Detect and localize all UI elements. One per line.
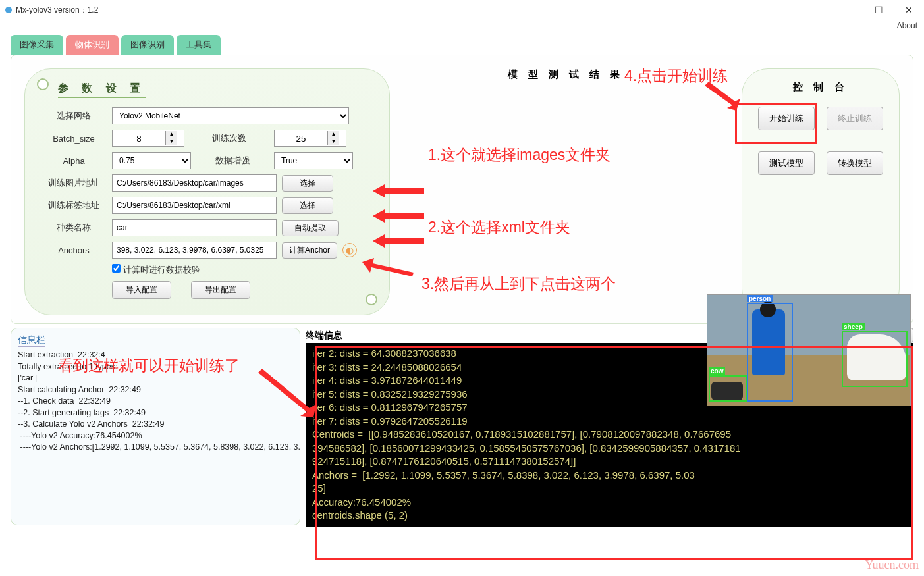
minimize-button[interactable]: —	[833, 0, 863, 20]
test-model-button[interactable]: 测试模型	[758, 151, 815, 175]
network-label: 选择网络	[41, 110, 107, 122]
auto-extract-button[interactable]: 自动提取	[282, 220, 339, 236]
choose-img-button[interactable]: 选择	[282, 175, 333, 192]
up-icon[interactable]: ▲	[328, 131, 339, 138]
epoch-label: 训练次数	[190, 132, 269, 144]
down-icon[interactable]: ▼	[166, 138, 177, 145]
alpha-select[interactable]: 0.75	[112, 152, 191, 169]
aug-select[interactable]: True	[274, 152, 353, 169]
batch-spinner[interactable]: ▲▼	[112, 130, 184, 147]
aug-label: 数据增强	[196, 155, 269, 167]
main-tabs: 图像采集 物体识别 图像识别 工具集	[11, 35, 913, 55]
control-panel: 控 制 台 开始训练 终止训练 测试模型 转换模型	[742, 68, 900, 315]
terminal-title: 终端信息	[306, 330, 342, 342]
control-title: 控 制 台	[753, 81, 888, 93]
export-config-button[interactable]: 导出配置	[191, 281, 250, 299]
up-icon[interactable]: ▲	[166, 131, 177, 138]
tab-object-detect[interactable]: 物体识别	[66, 35, 119, 55]
main-panel: 参 数 设 置 选择网络 Yolov2 MobileNet Batch_size…	[11, 55, 913, 324]
param-panel: 参 数 设 置 选择网络 Yolov2 MobileNet Batch_size…	[24, 68, 390, 315]
menu-bar: About	[0, 20, 924, 32]
tab-image-recog[interactable]: 图像识别	[121, 35, 174, 55]
down-icon[interactable]: ▼	[328, 138, 339, 145]
class-input[interactable]	[112, 219, 277, 236]
imgpath-label: 训练图片地址	[41, 177, 107, 189]
detection-preview: person sheep cow	[707, 294, 911, 406]
xmlpath-label: 训练标签地址	[41, 199, 107, 211]
spinner-icon: ◐	[342, 243, 357, 257]
batch-input[interactable]	[113, 131, 165, 145]
info-text: Start extraction 22:32:4 Totally extract…	[18, 350, 293, 454]
window-title: Mx-yolov3 version：1.2	[16, 5, 98, 16]
info-title: 信息栏	[18, 334, 45, 347]
tab-capture[interactable]: 图像采集	[11, 35, 63, 55]
epoch-spinner[interactable]: ▲▼	[274, 130, 346, 147]
import-config-button[interactable]: 导入配置	[112, 281, 171, 299]
anchor-label: Anchors	[41, 246, 107, 255]
stop-train-button[interactable]: 终止训练	[827, 107, 883, 130]
anchor-input[interactable]	[112, 242, 277, 259]
watermark: Yuucn.com	[865, 558, 919, 572]
imgpath-input[interactable]	[112, 174, 277, 192]
choose-xml-button[interactable]: 选择	[282, 197, 333, 214]
verify-checkbox[interactable]	[112, 264, 121, 273]
network-select[interactable]: Yolov2 MobileNet	[112, 107, 349, 124]
info-panel: 信息栏 Start extraction 22:32:4 Totally ext…	[11, 328, 300, 525]
test-result-title: 模 型 测 试 结 果	[400, 68, 731, 315]
class-label: 种类名称	[41, 222, 107, 234]
epoch-input[interactable]	[275, 131, 327, 145]
tab-tools[interactable]: 工具集	[177, 35, 221, 55]
bbox-sheep-label: sheep	[842, 323, 865, 330]
start-train-button[interactable]: 开始训练	[758, 107, 815, 130]
param-title: 参 数 设 置	[58, 82, 146, 98]
window-controls: — ☐ ✕	[833, 0, 924, 20]
batch-label: Batch_size	[41, 134, 107, 144]
calc-anchor-button[interactable]: 计算Anchor	[282, 242, 337, 259]
close-button[interactable]: ✕	[894, 0, 924, 20]
title-bar: Mx-yolov3 version：1.2	[0, 0, 924, 20]
xmlpath-input[interactable]	[112, 197, 277, 214]
alpha-label: Alpha	[41, 156, 107, 166]
bbox-cow-label: cow	[709, 367, 725, 375]
verify-label: 计算时进行数据校验	[123, 265, 200, 275]
convert-model-button[interactable]: 转换模型	[827, 151, 883, 175]
bbox-person-label: person	[747, 295, 773, 302]
app-icon	[5, 7, 12, 13]
maximize-button[interactable]: ☐	[863, 0, 894, 20]
about-menu[interactable]: About	[897, 21, 917, 30]
